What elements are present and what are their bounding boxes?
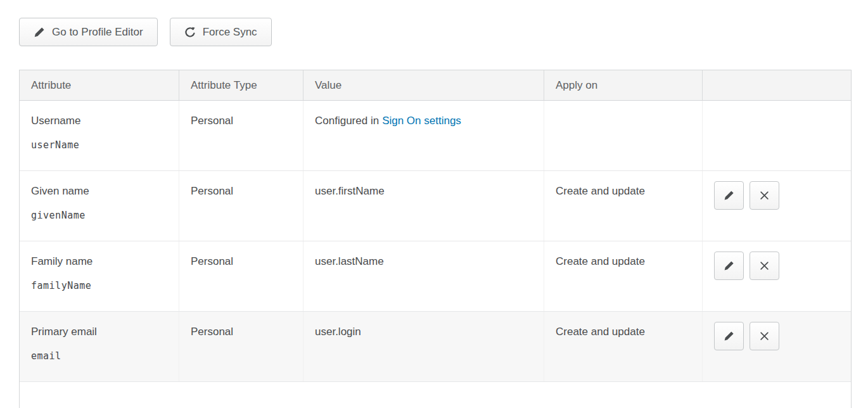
actions-cell: [703, 171, 851, 241]
actions-group: [714, 181, 839, 210]
header-value: Value: [303, 70, 544, 100]
go-to-profile-editor-label: Go to Profile Editor: [52, 26, 143, 39]
pencil-icon: [724, 190, 734, 201]
close-icon: [760, 331, 769, 341]
attribute-label: Primary email: [31, 325, 167, 338]
close-icon: [760, 191, 769, 200]
delete-attribute-button[interactable]: [750, 322, 779, 350]
edit-attribute-button[interactable]: [714, 181, 744, 210]
value-text: Configured in: [315, 115, 379, 127]
actions-cell: [703, 312, 851, 381]
actions-cell: [703, 101, 851, 170]
attribute-label: Username: [31, 114, 167, 127]
apply-on: [544, 101, 703, 170]
value-text: user.login: [315, 326, 361, 338]
table-row: Family name familyName Personal user.las…: [20, 241, 851, 312]
sign-on-settings-link[interactable]: Sign On settings: [382, 115, 461, 127]
value-cell: user.firstName: [303, 171, 544, 241]
attribute-cell: Family name familyName: [20, 241, 179, 311]
table-header: Attribute Attribute Type Value Apply on: [20, 70, 851, 101]
go-to-profile-editor-button[interactable]: Go to Profile Editor: [19, 18, 158, 46]
attribute-variable: email: [31, 350, 167, 362]
edit-attribute-button[interactable]: [714, 322, 744, 350]
attribute-variable: userName: [31, 139, 167, 151]
pencil-icon: [724, 260, 734, 271]
attribute-type: Personal: [179, 241, 303, 311]
delete-attribute-button[interactable]: [750, 181, 779, 210]
actions-group: [714, 252, 839, 280]
apply-on: Create and update: [544, 241, 703, 311]
attribute-variable: familyName: [31, 280, 167, 292]
attribute-label: Family name: [31, 255, 167, 268]
attribute-type: Personal: [179, 171, 303, 241]
attribute-mappings-page: Go to Profile Editor Force Sync Attribut…: [0, 0, 868, 408]
actions-group: [714, 322, 839, 350]
header-attribute: Attribute: [20, 70, 179, 100]
header-apply-on: Apply on: [544, 70, 703, 100]
pencil-icon: [724, 331, 734, 341]
toolbar: Go to Profile Editor Force Sync: [19, 18, 852, 46]
table-row: Username userName Personal Configured in…: [20, 101, 851, 171]
edit-attribute-button[interactable]: [714, 252, 744, 280]
attribute-type: Personal: [179, 101, 303, 170]
apply-on: Create and update: [544, 312, 703, 381]
apply-on: Create and update: [544, 171, 703, 241]
refresh-icon: [184, 27, 196, 38]
close-icon: [760, 261, 769, 271]
value-cell: Configured inSign On settings: [303, 101, 544, 170]
attribute-type: Personal: [179, 312, 303, 381]
attribute-cell: Given name givenName: [20, 171, 179, 241]
value-cell: user.login: [303, 312, 544, 381]
pencil-icon: [34, 27, 45, 38]
header-actions: [703, 70, 851, 100]
table-row: Primary email email Personal user.login …: [20, 312, 851, 382]
actions-cell: [703, 241, 851, 311]
force-sync-button[interactable]: Force Sync: [170, 18, 272, 46]
attribute-variable: givenName: [31, 210, 167, 222]
force-sync-label: Force Sync: [203, 26, 257, 39]
attributes-table: Attribute Attribute Type Value Apply on …: [19, 70, 852, 408]
attribute-cell: Username userName: [20, 101, 179, 170]
value-text: user.firstName: [315, 185, 385, 197]
attribute-cell: Primary email email: [20, 312, 179, 381]
attribute-label: Given name: [31, 184, 167, 198]
table-row: Given name givenName Personal user.first…: [20, 171, 851, 241]
header-attribute-type: Attribute Type: [179, 70, 303, 100]
table-body: Username userName Personal Configured in…: [20, 101, 851, 382]
delete-attribute-button[interactable]: [750, 252, 779, 280]
value-cell: user.lastName: [303, 241, 544, 311]
value-text: user.lastName: [315, 255, 384, 267]
